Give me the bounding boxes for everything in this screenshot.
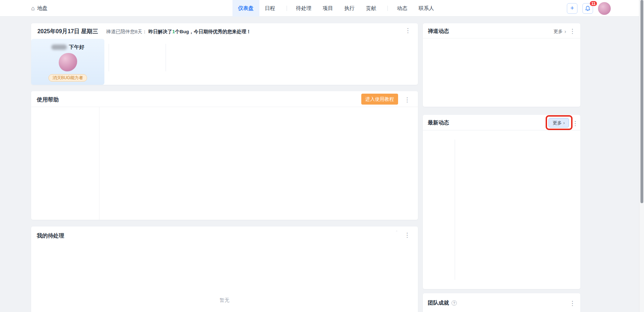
help-menu-icon[interactable]: ⋮ xyxy=(404,97,410,103)
nav-tab[interactable]: 待处理 xyxy=(281,0,317,17)
welcome-message: 禅道已陪伴您8天： 昨日解决了1个Bug，今日期待优秀的您来处理！ xyxy=(106,29,251,35)
divider xyxy=(31,107,418,107)
welcome-card: 2025年09月17日 星期三 禅道已陪伴您8天： 昨日解决了1个Bug，今日期… xyxy=(31,23,418,85)
nav-tab[interactable]: 贡献 xyxy=(360,0,382,17)
zentao-dynamics-more-link[interactable]: 更多 › xyxy=(553,28,566,35)
todo-tab-switch xyxy=(396,230,397,232)
help-card: 使用帮助 进入使用教程 ⋮ xyxy=(31,91,418,220)
divider xyxy=(166,44,166,71)
latest-dynamics-card: 最新动态 更多 › ⋮ xyxy=(423,115,580,289)
plus-icon: + xyxy=(570,5,574,12)
achievement-badge: 消灭BUG能力者 xyxy=(48,74,87,82)
zentao-dynamics-card: 禅道动态 更多 › ⋮ xyxy=(423,23,580,107)
divider xyxy=(99,107,99,220)
latest-dynamics-more-button[interactable]: 更多 › xyxy=(548,118,569,128)
team-menu-icon[interactable]: ⋮ xyxy=(569,300,575,306)
notifications-button[interactable]: 11 xyxy=(582,3,593,14)
nav-actions: + 11 xyxy=(567,0,611,17)
today-date: 2025年09月17日 星期三 xyxy=(31,28,104,35)
divider xyxy=(423,38,580,39)
nav-tab[interactable]: 日程 xyxy=(259,0,281,17)
todo-menu-icon[interactable]: ⋮ xyxy=(404,232,410,238)
nav-tab[interactable]: 执行 xyxy=(339,0,360,17)
nav-tab[interactable]: 联系人 xyxy=(413,0,440,17)
user-greeting-block: 下午好 消灭BUG能力者 xyxy=(31,39,104,85)
home-icon: ⌂ xyxy=(31,5,35,11)
timeline-line xyxy=(455,140,455,280)
greeting-text: 下午好 xyxy=(69,44,85,51)
top-nav: ⌂ 地盘 仪表盘 日程 待处理 项目 执行 贡献 动态 联系人 + 11 xyxy=(0,0,639,17)
my-todo-title: 我的待处理 xyxy=(37,232,64,240)
scrollbar-thumb[interactable] xyxy=(640,0,643,203)
empty-state-text: 暂无 xyxy=(31,297,418,304)
divider xyxy=(109,44,109,71)
chevron-right-icon: › xyxy=(564,29,566,34)
user-avatar-large xyxy=(59,53,77,71)
nav-home[interactable]: ⌂ 地盘 xyxy=(31,0,47,17)
latest-dynamics-title: 最新动态 xyxy=(428,119,449,126)
user-avatar[interactable] xyxy=(598,2,611,15)
zentao-dynamics-title: 禅道动态 xyxy=(428,28,449,35)
nav-tab[interactable]: 仪表盘 xyxy=(232,0,259,17)
latest-dynamics-menu-icon[interactable]: ⋮ xyxy=(572,120,578,126)
enter-tutorial-button[interactable]: 进入使用教程 xyxy=(361,94,398,105)
nav-tabs: 仪表盘 日程 待处理 项目 执行 贡献 动态 联系人 xyxy=(232,0,440,17)
help-icon[interactable]: ? xyxy=(452,300,457,306)
notification-badge: 11 xyxy=(590,1,597,6)
add-button[interactable]: + xyxy=(567,3,577,14)
user-name-blurred xyxy=(51,45,67,50)
nav-tab[interactable]: 动态 xyxy=(382,0,413,17)
nav-tab[interactable]: 项目 xyxy=(317,0,339,17)
activity-feed xyxy=(423,130,580,287)
welcome-menu-icon[interactable]: ⋮ xyxy=(405,28,411,34)
window-scrollbar[interactable] xyxy=(639,0,644,312)
my-todo-card: 我的待处理 ⋮ 暂无 xyxy=(31,226,418,312)
chevron-right-icon: › xyxy=(563,120,565,125)
team-achievement-title: 团队成就 xyxy=(428,300,449,306)
help-title: 使用帮助 xyxy=(37,96,59,104)
home-label: 地盘 xyxy=(37,5,47,12)
zentao-dynamics-menu-icon[interactable]: ⋮ xyxy=(569,28,575,34)
team-achievement-card: 团队成就 ? ⋮ xyxy=(423,293,580,312)
bell-icon xyxy=(585,6,591,11)
